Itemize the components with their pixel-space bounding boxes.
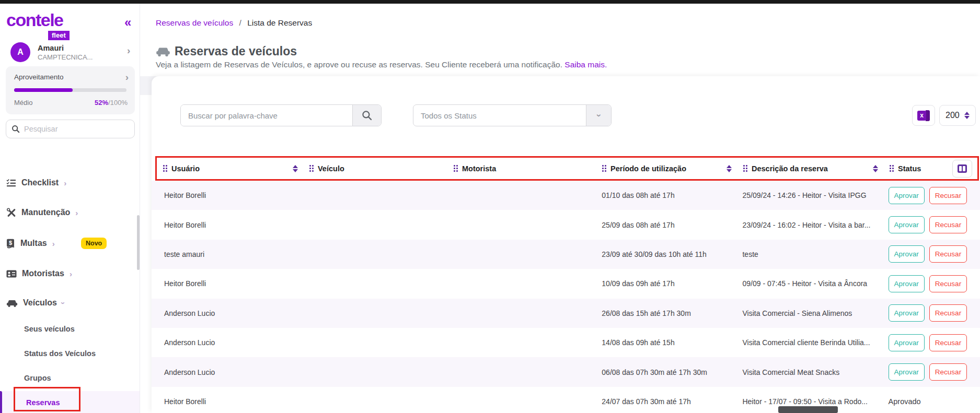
avatar[interactable]: A [10,42,30,62]
tools-icon [6,208,16,217]
svg-text:$: $ [9,240,12,246]
cell-usuario: Anderson Lucio [157,309,303,317]
approve-button[interactable]: Aprovar [889,216,925,233]
cell-usuario: Anderson Lucio [157,338,303,347]
approve-button[interactable]: Aprovar [889,304,925,322]
table-header: Usuário Veículo Motorista Período de uti… [157,158,977,179]
stepper-arrows-icon [964,112,970,119]
contele-logo[interactable]: contele [6,10,63,30]
cell-descricao: 23/09/24 - 16:02 - Heitor - Visita a bar… [735,221,881,229]
aproveitamento-label: Aproveitamento [14,73,64,81]
column-header-descricao[interactable]: Descrição da reserva [737,164,883,173]
drag-handle-icon[interactable] [602,165,606,172]
sidebar-item-manutencao[interactable]: Manutenção › [6,205,134,220]
search-button[interactable] [352,105,381,126]
approve-button[interactable]: Aprovar [889,334,925,351]
table-row: Anderson Lucio06/08 das 07h 30m até 17h … [152,357,980,386]
column-header-usuario[interactable]: Usuário [157,164,303,173]
columns-icon [958,164,967,173]
column-header-veiculo[interactable]: Veículo [303,164,447,173]
sidebar-search-input[interactable]: Pesquisar [6,120,135,138]
cell-descricao: Visita Comercial cliente Berinda Utilia.… [735,338,881,347]
drag-handle-icon[interactable] [309,165,314,172]
reject-button[interactable]: Recusar [929,275,967,292]
status-filter-select[interactable]: Todos os Status › [413,104,612,126]
sidebar-subitem-grupos[interactable]: Grupos [24,372,129,384]
breadcrumb-current: Lista de Reservas [247,18,312,27]
reject-button[interactable]: Recusar [929,304,967,322]
chevron-right-icon: › [52,239,55,248]
cell-status: AprovarRecusar [881,245,980,263]
column-header-status[interactable]: Status [883,164,946,173]
search-icon [362,110,372,121]
progress-fill [14,88,73,92]
keyword-search-input[interactable] [181,105,352,126]
table-row: Heitor Borelli25/09 das 08h até 17h23/09… [152,210,980,239]
reject-button[interactable]: Recusar [929,334,967,351]
cell-status: AprovarRecusar [881,275,980,292]
sidebar-collapse-icon[interactable]: « [124,15,131,30]
aproveitamento-value: 52%/100% [95,99,128,107]
page-size-stepper[interactable]: 200 [939,105,976,126]
sidebar: contele fleet « A Amauri CAMPTECNICA... … [0,4,140,413]
approve-button[interactable]: Aprovar [889,187,925,204]
drag-handle-icon[interactable] [743,165,747,172]
user-chevron-icon[interactable]: › [127,45,130,55]
reject-button[interactable]: Recusar [929,216,967,233]
sort-icon[interactable] [727,165,732,172]
breadcrumb-parent-link[interactable]: Reservas de veículos [156,18,233,27]
reject-button[interactable]: Recusar [929,363,967,381]
table-row: teste amauri23/09 até 30/09 das 10h até … [152,240,980,269]
table-row: Heitor Borelli24/07 das 07h 30m até 17hH… [152,387,980,413]
aproveitamento-progress-track [14,88,126,92]
cell-status: Aprovado [881,397,980,406]
table-row: Heitor Borelli10/09 das 09h até 17h09/09… [152,269,980,298]
sidebar-subitem-seus-veiculos[interactable]: Seus veículos [24,323,129,335]
novo-badge: Novo [81,238,107,249]
drag-handle-icon[interactable] [890,165,894,172]
drag-handle-icon[interactable] [454,165,458,172]
chevron-right-icon: › [70,269,72,278]
driver-card-icon [6,270,17,278]
cell-descricao: teste [735,250,881,258]
sidebar-item-label: Checklist [21,178,59,187]
aproveitamento-card[interactable]: Aproveitamento › Médio 52%/100% [6,66,135,114]
sidebar-subitem-label: Reservas [26,398,60,407]
chevron-down-icon: › [59,302,68,304]
horizontal-scrollbar-thumb[interactable] [778,406,838,413]
sidebar-scrollbar[interactable] [137,215,140,270]
sort-icon[interactable] [293,165,298,172]
approve-button[interactable]: Aprovar [889,363,925,381]
sidebar-item-motoristas[interactable]: Motoristas › [6,266,134,281]
sidebar-item-veiculos[interactable]: Veículos › [6,296,134,310]
sidebar-item-label: Manutenção [21,208,70,217]
saiba-mais-link[interactable]: Saiba mais. [564,60,607,69]
user-name: Amauri [38,44,64,52]
approve-button[interactable]: Aprovar [889,245,925,263]
car-icon [6,299,18,308]
drag-handle-icon[interactable] [163,165,167,172]
reject-button[interactable]: Recusar [929,245,967,263]
excel-icon: x [917,110,930,121]
cell-usuario: Heitor Borelli [157,221,303,229]
sidebar-item-checklist[interactable]: Checklist › [6,175,134,190]
table-row: Heitor Borelli01/10 das 08h até 17h25/09… [152,181,980,210]
column-header-periodo[interactable]: Período de utilização [596,164,737,173]
column-settings-button[interactable] [952,160,972,178]
reject-button[interactable]: Recusar [929,187,967,204]
sidebar-item-multas[interactable]: $ Multas › Novo [6,236,134,251]
export-excel-button[interactable]: x [912,105,935,126]
table-row: Anderson Lucio26/08 das 15h até 17h 30mV… [152,299,980,328]
cell-periodo: 25/09 das 08h até 17h [594,221,735,229]
cell-descricao: Visita Comercial Meat Snacks [735,368,881,376]
column-header-motorista[interactable]: Motorista [447,164,596,173]
breadcrumb-separator: / [236,18,245,27]
approve-button[interactable]: Aprovar [889,275,925,292]
cell-usuario: Heitor Borelli [157,397,303,406]
status-text: Aprovado [889,397,921,406]
cell-periodo: 23/09 até 30/09 das 10h até 11h [594,250,735,258]
sidebar-subitem-status-dos-veiculos[interactable]: Status dos Veículos [24,347,129,360]
chevron-right-icon: › [75,208,78,217]
sidebar-subitem-reservas[interactable]: Reservas [0,391,140,413]
sort-icon[interactable] [873,165,878,172]
